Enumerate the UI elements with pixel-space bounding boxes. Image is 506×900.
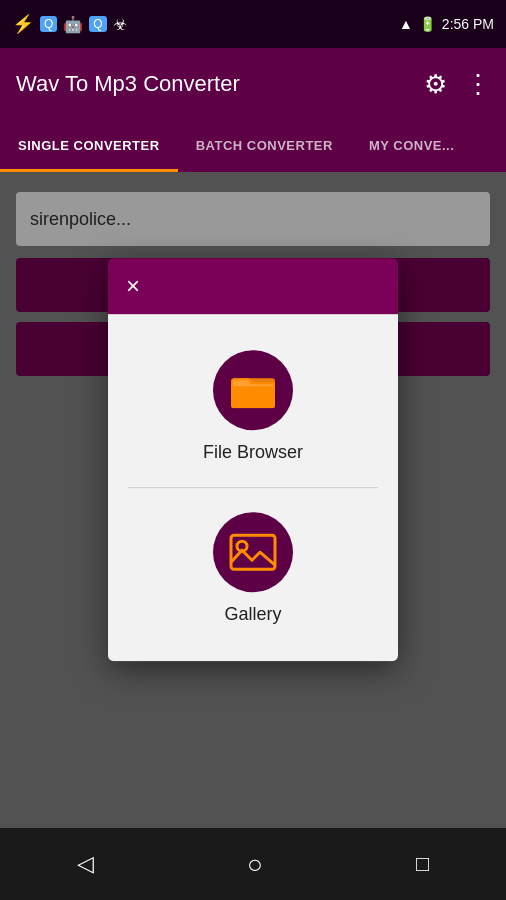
settings-icon[interactable]: ⚙ [424, 69, 447, 100]
recent-apps-button[interactable]: □ [416, 851, 429, 877]
status-bar-right: ▲ 🔋 2:56 PM [399, 16, 494, 32]
dialog-divider [128, 487, 378, 488]
bottom-nav: ◁ ○ □ [0, 828, 506, 900]
gallery-label: Gallery [224, 604, 281, 625]
more-options-icon[interactable]: ⋮ [465, 69, 490, 100]
svg-rect-5 [231, 535, 275, 569]
tab-single-converter[interactable]: SINGLE CONVERTER [0, 120, 178, 170]
clock: 2:56 PM [442, 16, 494, 32]
signal-icon: ▲ [399, 16, 413, 32]
dialog-header: × [108, 258, 398, 314]
android-icon-2: ☣ [113, 15, 127, 34]
android-icon: 🤖 [63, 15, 83, 34]
gallery-icon [228, 532, 278, 572]
app-bar: Wav To Mp3 Converter ⚙ ⋮ [0, 48, 506, 120]
dialog-close-button[interactable]: × [126, 272, 140, 300]
battery-icon: 🔋 [419, 16, 436, 32]
dialog-body: File Browser Gallery [108, 314, 398, 661]
gallery-icon-circle [213, 512, 293, 592]
file-browser-label: File Browser [203, 442, 303, 463]
main-content: sirenpolice... × [0, 172, 506, 828]
home-button[interactable]: ○ [247, 849, 263, 880]
status-bar: ⚡ Q 🤖 Q ☣ ▲ 🔋 2:56 PM [0, 0, 506, 48]
file-browser-icon-circle [213, 350, 293, 430]
tab-batch-converter[interactable]: BATCH CONVERTER [178, 120, 351, 170]
svg-rect-4 [233, 384, 273, 406]
tabs: SINGLE CONVERTER BATCH CONVERTER MY CONV… [0, 120, 506, 172]
gallery-option[interactable]: Gallery [128, 504, 378, 633]
search-icon-1: Q [40, 16, 57, 32]
source-picker-dialog: × File Brows [108, 258, 398, 661]
file-browser-option[interactable]: File Browser [128, 342, 378, 471]
search-icon-2: Q [89, 16, 106, 32]
folder-icon [231, 372, 275, 408]
app-bar-actions: ⚙ ⋮ [424, 69, 490, 100]
tab-my-converter[interactable]: MY CONVE... [351, 120, 472, 170]
usb-icon: ⚡ [12, 13, 34, 35]
app-title: Wav To Mp3 Converter [16, 71, 240, 97]
status-bar-left: ⚡ Q 🤖 Q ☣ [12, 13, 127, 35]
back-button[interactable]: ◁ [77, 851, 94, 877]
